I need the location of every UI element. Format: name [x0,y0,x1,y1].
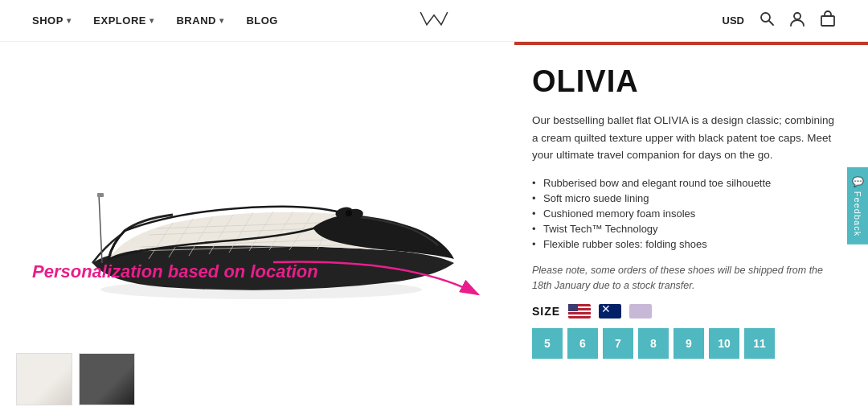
feedback-icon: 💬 [852,175,863,187]
feature-item: Soft micro suede lining [532,191,842,206]
nav-logo[interactable] [420,10,448,31]
size-label: SIZE [532,305,560,318]
product-detail: OLIVIA Our bestselling ballet flat OLIVI… [506,42,868,411]
nav-blog-label: BLOG [246,14,278,27]
flag-eu[interactable] [629,304,652,319]
size-button-5[interactable]: 5 [532,328,563,359]
svg-rect-3 [821,16,834,26]
flag-us[interactable] [568,304,591,319]
nav-right: USD [723,10,836,31]
nav-shop-label: SHOP [32,14,63,27]
product-title: OLIVIA [532,64,842,99]
feedback-label: Feedback [853,191,862,236]
svg-line-1 [769,21,773,25]
thumb-2[interactable] [79,353,135,405]
shipping-note: Please note, some orders of these shoes … [532,263,842,294]
features-list: Rubberised bow and elegant round toe sil… [532,175,842,252]
accent-line [514,42,868,45]
product-image-area: Personalization based on location [0,42,506,411]
nav-item-shop[interactable]: SHOP ▾ [32,14,71,27]
product-image-main: Personalization based on location [0,42,506,347]
feature-item: Twist Tech™ Technology [532,221,842,236]
svg-rect-22 [97,193,104,197]
svg-point-2 [794,13,800,19]
main-content: Personalization based on location [0,42,868,411]
size-button-10[interactable]: 10 [709,328,739,359]
feature-item: Flexible rubber soles: folding shoes [532,236,842,252]
size-button-7[interactable]: 7 [603,328,633,359]
product-description: Our bestselling ballet flat OLIVIA is a … [532,112,842,164]
navigation: SHOP ▾ EXPLORE ▾ BRAND ▾ BLOG USD [0,0,868,42]
nav-explore-arrow: ▾ [149,16,154,25]
nav-brand-label: BRAND [176,14,215,27]
svg-point-0 [761,13,770,22]
bag-icon[interactable] [820,10,836,31]
thumb-1[interactable] [16,353,72,405]
flag-uk[interactable] [599,304,621,319]
feedback-tab[interactable]: 💬 Feedback [847,166,868,244]
nav-currency[interactable]: USD [723,14,744,27]
nav-shop-arrow: ▾ [67,16,72,25]
size-row: SIZE [532,304,842,319]
nav-brand-arrow: ▾ [219,16,224,25]
search-icon[interactable] [759,10,775,31]
nav-item-blog[interactable]: BLOG [246,14,278,27]
arrow-annotation [265,254,490,302]
size-buttons: 567891011 [532,328,842,359]
size-button-6[interactable]: 6 [567,328,598,359]
svg-point-20 [346,210,352,216]
nav-item-brand[interactable]: BRAND ▾ [176,14,223,27]
nav-explore-label: EXPLORE [93,14,146,27]
thumbnails [0,347,506,411]
size-button-9[interactable]: 9 [674,328,704,359]
size-button-8[interactable]: 8 [638,328,669,359]
nav-left: SHOP ▾ EXPLORE ▾ BRAND ▾ BLOG [32,14,278,27]
feature-item: Cushioned memory foam insoles [532,206,842,221]
feature-item: Rubberised bow and elegant round toe sil… [532,175,842,191]
user-icon[interactable] [789,10,805,31]
nav-item-explore[interactable]: EXPLORE ▾ [93,14,154,27]
size-button-11[interactable]: 11 [744,328,775,359]
